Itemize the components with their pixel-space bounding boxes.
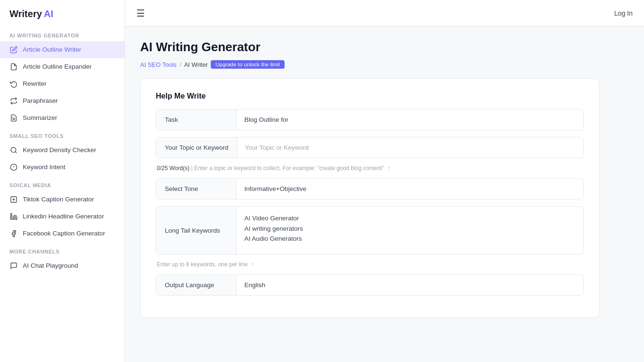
tiktok-icon — [9, 195, 18, 204]
language-row: Output Language English — [156, 274, 584, 296]
sidebar-item-article-outline-expander[interactable]: Article Outline Expander — [0, 58, 125, 75]
task-label: Task — [156, 109, 237, 130]
topic-row: Your Topic or Keyword — [156, 137, 584, 158]
sidebar-item-keyword-density-checker[interactable]: Keyword Density Checker — [0, 142, 125, 159]
wordcount-description: Enter a topic or keyword to collect. For… — [194, 165, 384, 172]
tone-value: Informative+Objective — [244, 185, 306, 192]
sidebar-label-rewriter: Rewriter — [23, 80, 115, 88]
sidebar-item-summarizer[interactable]: Summarizer — [0, 109, 125, 127]
topbar-right: Log In — [614, 9, 633, 18]
paraphraser-icon — [9, 97, 18, 105]
sidebar: Writery AI AI Writing Generator Article … — [0, 0, 125, 362]
language-value: English — [244, 281, 265, 289]
linkedin-icon — [9, 212, 18, 221]
sidebar-label-ai-chat-playground: AI Chat Playground — [23, 262, 115, 270]
sidebar-item-tiktok-caption-generator[interactable]: Tiktok Caption Generator — [0, 191, 125, 208]
form-section-title: Help Me Write — [156, 92, 584, 100]
sidebar-section-social: Soical Media — [0, 176, 125, 191]
topic-input[interactable] — [245, 144, 576, 151]
tone-label: Select Tone — [156, 179, 237, 199]
sidebar-label-article-outline-expander: Article Outline Expander — [23, 63, 115, 71]
svg-point-9 — [10, 213, 12, 215]
topbar-left: ☰ — [136, 8, 145, 19]
breadcrumb: AI SEO Tools / AI Writer Upgrade to unlo… — [140, 60, 629, 69]
sidebar-label-keyword-intent: Keyword Intent — [23, 163, 115, 172]
keywords-up-arrow-icon: ↑ — [251, 261, 254, 268]
task-value-cell: Blog Outline for — [237, 109, 583, 130]
brand-logo: Writery AI — [0, 0, 125, 26]
upgrade-badge[interactable]: Upgrade to unlock the limit — [211, 60, 285, 69]
page-title: AI Writing Generator — [140, 40, 629, 54]
sidebar-label-linkedin-headline-generator: Linkedin Headline Generator — [23, 212, 115, 221]
sidebar-label-tiktok-caption-generator: Tiktok Caption Generator — [23, 195, 115, 204]
brand-ai: AI — [44, 9, 54, 19]
sidebar-item-keyword-intent[interactable]: Keyword Intent — [0, 159, 125, 176]
sidebar-label-facebook-caption-generator: Facebook Caption Generator — [23, 229, 115, 238]
breadcrumb-separator: / — [179, 61, 181, 68]
up-arrow-icon: ↑ — [387, 165, 390, 172]
wordcount-value: 0/25 Word(s) — [157, 165, 189, 172]
keywords-label: Long Tail Keywords — [156, 207, 237, 254]
sidebar-item-ai-chat-playground[interactable]: AI Chat Playground — [0, 257, 125, 274]
sidebar-item-rewriter[interactable]: Rewriter — [0, 75, 125, 92]
keyword-intent-icon — [9, 163, 18, 172]
main-area: ☰ Log In AI Writing Generator AI SEO Too… — [125, 0, 644, 362]
sidebar-section-writing: AI Writing Generator — [0, 26, 125, 41]
task-value: Blog Outline for — [244, 116, 288, 123]
keywords-input-cell — [237, 207, 583, 254]
rewriter-icon — [9, 80, 18, 88]
facebook-icon — [9, 229, 18, 238]
breadcrumb-link[interactable]: AI SEO Tools — [140, 61, 177, 68]
topbar: ☰ Log In — [125, 0, 644, 27]
edit-icon — [9, 45, 18, 54]
sidebar-section-more: More Channels — [0, 242, 125, 257]
chat-icon — [9, 262, 18, 270]
wordcount-hint: 0/25 Word(s) | Enter a topic or keyword … — [156, 165, 584, 172]
sidebar-section-seo: Small SEO Tools — [0, 127, 125, 142]
sidebar-label-keyword-density-checker: Keyword Density Checker — [23, 146, 115, 154]
sidebar-label-summarizer: Summarizer — [23, 114, 115, 122]
hamburger-icon[interactable]: ☰ — [136, 8, 145, 19]
task-row: Task Blog Outline for — [156, 109, 584, 130]
topic-label: Your Topic or Keyword — [156, 137, 237, 158]
sidebar-item-linkedin-headline-generator[interactable]: Linkedin Headline Generator — [0, 208, 125, 225]
breadcrumb-current: AI Writer — [184, 61, 208, 68]
sidebar-item-facebook-caption-generator[interactable]: Facebook Caption Generator — [0, 225, 125, 242]
file-icon — [9, 63, 18, 71]
svg-point-2 — [11, 147, 16, 153]
language-value-cell: English — [237, 275, 583, 295]
keywords-row: Long Tail Keywords — [156, 206, 584, 254]
content-area: AI Writing Generator AI SEO Tools / AI W… — [125, 27, 644, 362]
svg-rect-8 — [10, 216, 12, 219]
topic-input-cell — [237, 137, 583, 158]
summarizer-icon — [9, 114, 18, 122]
keywords-textarea[interactable] — [237, 207, 583, 254]
keyword-density-icon — [9, 146, 18, 154]
keywords-hint-text: Enter up to 8 keywords, one per line — [157, 261, 248, 268]
language-label: Output Language — [156, 275, 237, 295]
brand-name: Writery — [9, 9, 42, 19]
sidebar-label-article-outline-writer: Article Outline Writer — [23, 45, 115, 54]
login-button[interactable]: Log In — [614, 9, 633, 17]
svg-line-3 — [15, 152, 17, 153]
form-card: Help Me Write Task Blog Outline for Your… — [140, 78, 599, 318]
sidebar-item-paraphraser[interactable]: Paraphraser — [0, 92, 125, 109]
sidebar-item-article-outline-writer[interactable]: Article Outline Writer — [0, 41, 125, 58]
sidebar-label-paraphraser: Paraphraser — [23, 97, 115, 105]
keywords-hint: Enter up to 8 keywords, one per line ↑ — [156, 261, 584, 268]
tone-row: Select Tone Informative+Objective — [156, 178, 584, 199]
tone-value-cell: Informative+Objective — [237, 179, 583, 199]
